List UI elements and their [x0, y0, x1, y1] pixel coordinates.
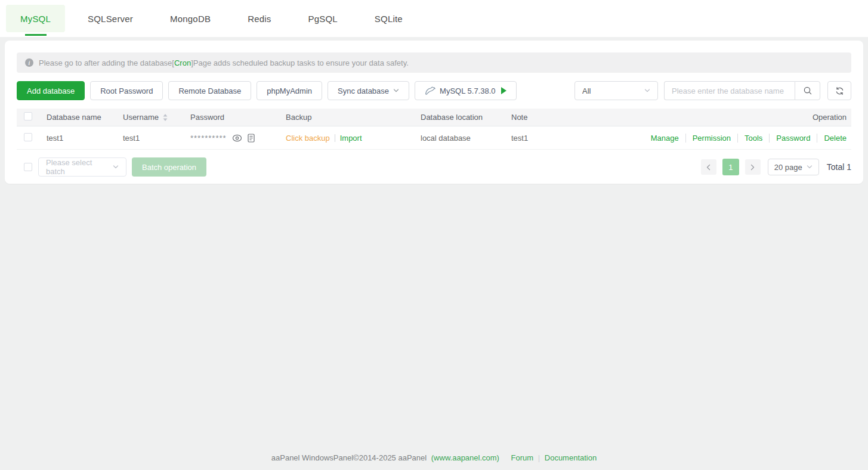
mysql-service-button[interactable]: MySQL 5.7.38.0 — [415, 81, 516, 100]
add-database-button[interactable]: Add database — [17, 81, 85, 100]
header-password: Password — [190, 113, 286, 122]
footer-copyright: aaPanel WindowsPanel©2014-2025 aaPanel — [271, 453, 427, 462]
copy-password-icon[interactable] — [248, 134, 255, 143]
tab-sqlserver[interactable]: SQLServer — [73, 5, 147, 32]
batch-operation-button[interactable]: Batch operation — [132, 157, 206, 177]
header-operation: Operation — [654, 113, 851, 122]
tab-redis[interactable]: Redis — [233, 5, 285, 32]
filter-select[interactable]: All — [574, 81, 658, 100]
footer-separator: | — [538, 453, 540, 462]
pagination: 1 20 page Total 1 — [695, 159, 851, 175]
phpmyadmin-button[interactable]: phpMyAdmin — [257, 81, 322, 100]
sync-database-dropdown[interactable]: Sync database — [328, 81, 409, 100]
cell-database-location: local database — [421, 134, 511, 143]
footer: aaPanel WindowsPanel©2014-2025 aaPanel (… — [0, 453, 868, 462]
toolbar: Add database Root Password Remote Databa… — [17, 81, 851, 100]
page-size-value: 20 page — [774, 163, 802, 172]
table-header: Database name Username Password Backup D… — [17, 109, 851, 126]
sort-icon[interactable] — [162, 113, 168, 122]
chevron-right-icon — [750, 164, 755, 171]
table-row: test1 test1 ********** Click backup Im — [17, 126, 851, 150]
info-icon: i — [25, 58, 33, 67]
manage-link[interactable]: Manage — [651, 134, 679, 143]
tab-mysql[interactable]: MySQL — [6, 5, 65, 32]
page-number-1[interactable]: 1 — [722, 159, 739, 175]
import-link[interactable]: Import — [340, 134, 362, 143]
tab-mongodb[interactable]: MongoDB — [156, 5, 225, 32]
mysql-dolphin-icon — [425, 86, 435, 95]
toolbar-right: All — [574, 81, 851, 100]
total-count: Total 1 — [827, 162, 851, 172]
tab-sqlite[interactable]: SQLite — [360, 5, 417, 32]
password-masked: ********** — [190, 134, 227, 143]
header-database-name: Database name — [47, 113, 123, 122]
tab-pgsql[interactable]: PgSQL — [294, 5, 351, 32]
backup-separator — [335, 134, 335, 142]
remote-database-button[interactable]: Remote Database — [168, 81, 251, 100]
footer-site-link[interactable]: (www.aapanel.com) — [431, 453, 499, 462]
password-link[interactable]: Password — [769, 134, 810, 143]
page-size-select[interactable]: 20 page — [768, 159, 819, 175]
batch-select-all-checkbox[interactable] — [24, 163, 32, 171]
mysql-version-label: MySQL 5.7.38.0 — [440, 86, 495, 95]
cell-note: test1 — [511, 134, 654, 143]
root-password-button[interactable]: Root Password — [90, 81, 163, 100]
cron-hint-banner: i Please go to after adding the database… — [17, 52, 851, 73]
select-all-checkbox[interactable] — [24, 112, 32, 120]
prev-page-button[interactable] — [701, 159, 716, 175]
cell-username: test1 — [123, 134, 190, 143]
cell-operation: Manage Permission Tools Password Delete — [654, 134, 851, 143]
sync-database-label: Sync database — [338, 86, 389, 95]
header-note: Note — [511, 113, 654, 122]
cell-password: ********** — [190, 134, 286, 143]
refresh-icon — [835, 86, 844, 95]
chevron-down-icon — [644, 88, 650, 94]
next-page-button[interactable] — [745, 159, 761, 175]
footer-forum-link[interactable]: Forum — [511, 453, 534, 462]
header-username: Username — [123, 113, 190, 122]
search-input[interactable] — [664, 81, 795, 100]
refresh-button[interactable] — [827, 81, 851, 100]
database-type-tabbar: MySQL SQLServer MongoDB Redis PgSQL SQLi… — [0, 0, 868, 37]
header-backup: Backup — [286, 113, 421, 122]
footer-docs-link[interactable]: Documentation — [545, 453, 597, 462]
header-database-location: Database location — [421, 113, 511, 122]
batch-select[interactable]: Please select batch — [38, 157, 126, 177]
chevron-down-icon — [393, 88, 399, 94]
chevron-down-icon — [807, 164, 813, 170]
play-icon — [501, 87, 506, 94]
tools-link[interactable]: Tools — [737, 134, 762, 143]
batch-select-placeholder: Please select batch — [46, 158, 113, 176]
batch-row: Please select batch Batch operation 1 20… — [17, 157, 851, 177]
cron-link[interactable]: Cron — [174, 58, 191, 67]
cell-backup: Click backup Import — [286, 134, 421, 143]
search-group — [664, 81, 820, 100]
show-password-eye-icon[interactable] — [232, 134, 242, 142]
database-table: Database name Username Password Backup D… — [17, 109, 851, 150]
permission-link[interactable]: Permission — [685, 134, 731, 143]
search-icon — [803, 86, 813, 95]
chevron-down-icon — [113, 164, 119, 170]
row-checkbox[interactable] — [24, 133, 32, 141]
delete-link[interactable]: Delete — [817, 134, 847, 143]
search-button[interactable] — [795, 81, 820, 100]
header-username-label: Username — [123, 113, 159, 122]
banner-text: Please go to after adding the database[C… — [39, 58, 409, 67]
cell-database-name: test1 — [47, 134, 123, 143]
chevron-left-icon — [706, 164, 711, 171]
banner-text-after: ]Page adds scheduled backup tasks to ens… — [191, 58, 409, 67]
database-panel: i Please go to after adding the database… — [5, 41, 863, 184]
filter-select-value: All — [582, 86, 591, 95]
banner-text-before: Please go to after adding the database[ — [39, 58, 174, 67]
click-backup-link[interactable]: Click backup — [286, 134, 330, 143]
